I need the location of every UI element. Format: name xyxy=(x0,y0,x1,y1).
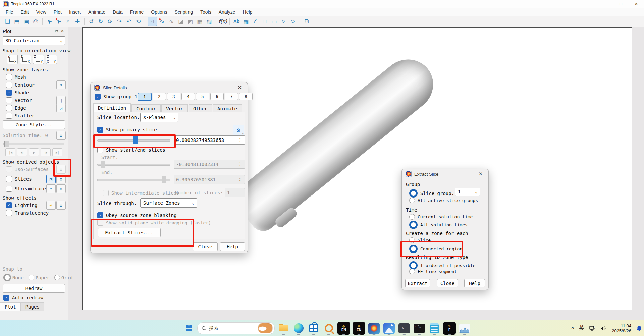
streamtraces-details-button[interactable]: ⚙ xyxy=(56,184,66,193)
group-4-button[interactable]: 4 xyxy=(181,93,195,100)
solution-time-slider-handle[interactable] xyxy=(4,141,9,147)
rectangle-tool-icon[interactable]: ▭ xyxy=(270,17,278,26)
close-icon[interactable]: ✕ xyxy=(629,0,644,8)
obey-blanking-checkbox[interactable]: ✓ xyxy=(97,212,103,218)
plot-type-dropdown[interactable]: 3D Cartesian ⌄ xyxy=(3,36,65,45)
menu-insert[interactable]: Insert xyxy=(65,9,85,15)
menu-file[interactable]: File xyxy=(2,9,17,15)
vector-checkbox[interactable] xyxy=(6,97,12,103)
lighting-style-button[interactable]: ☀ xyxy=(46,201,56,210)
extract-slice-titlebar[interactable]: Extract Slice ✕ xyxy=(402,169,488,179)
rotate-twist-icon[interactable]: ⟳ xyxy=(106,17,114,26)
menu-help[interactable]: Help xyxy=(239,9,256,15)
scatter-checkbox[interactable] xyxy=(6,113,12,119)
ellipse-tool-icon[interactable]: ○ xyxy=(288,17,297,26)
square-tool-icon[interactable]: □ xyxy=(260,17,269,26)
contour-checkbox[interactable] xyxy=(6,82,12,88)
frame-window-icon[interactable]: ⧉ xyxy=(302,17,311,26)
slice-through-dropdown[interactable]: Surface Zones ⌄ xyxy=(140,198,197,208)
edge-browser-icon[interactable] xyxy=(292,322,305,335)
tab-vector[interactable]: Vector xyxy=(161,104,188,112)
new-file-icon[interactable]: ❏ xyxy=(3,17,12,26)
maximize-icon[interactable]: □ xyxy=(613,0,629,8)
group-7-button[interactable]: 7 xyxy=(225,93,238,100)
rotate-z-icon[interactable]: ⟲ xyxy=(134,17,143,26)
mesh-checkbox[interactable] xyxy=(6,74,12,80)
translucency-checkbox[interactable] xyxy=(6,210,12,216)
terminal-app-icon[interactable]: ＞_ xyxy=(398,322,411,335)
menu-analyze[interactable]: Analyze xyxy=(215,9,239,15)
fe-line-radio[interactable] xyxy=(409,269,415,274)
ime-en-tile-icon[interactable]: ❖EN xyxy=(337,322,350,335)
playback-next-button[interactable]: |▶ xyxy=(41,148,51,156)
tab-definition[interactable]: Definition xyxy=(93,103,131,112)
modify-curve-icon[interactable]: ∿ xyxy=(167,17,176,26)
menu-view[interactable]: View xyxy=(33,9,50,15)
playback-last-button[interactable]: ▶| xyxy=(52,148,62,156)
minimize-icon[interactable]: – xyxy=(598,0,613,8)
auto-redraw-checkbox[interactable]: ✓ xyxy=(3,295,9,301)
notification-bell-icon[interactable] xyxy=(636,325,642,331)
streamtraces-placement-button[interactable]: ↝ xyxy=(46,184,56,193)
show-primary-slice-checkbox[interactable]: ✓ xyxy=(97,127,103,133)
print-icon[interactable]: ⎙ xyxy=(31,17,40,26)
select-arrow-icon[interactable]: ➤ xyxy=(45,17,54,26)
effects-details-button[interactable]: ⚙ xyxy=(56,201,66,210)
ime-en-tile-2-icon[interactable]: ❖EN xyxy=(353,322,365,335)
tab-plot[interactable]: Plot xyxy=(0,302,21,311)
orientation-zy-button[interactable]: ZY xyxy=(33,55,44,64)
menu-frame[interactable]: Frame xyxy=(126,9,147,15)
menu-scripting[interactable]: Scripting xyxy=(171,9,197,15)
save-file-icon[interactable]: ▣ xyxy=(22,17,31,26)
playback-play-button[interactable]: ▶ xyxy=(29,148,39,156)
notepad-app-icon[interactable] xyxy=(428,322,441,335)
polyline-tool-icon[interactable]: ∠ xyxy=(251,17,260,26)
ime-indicator[interactable]: 英 xyxy=(579,325,584,332)
contour-details-button[interactable]: ≋ xyxy=(56,80,66,89)
tecplot-taskbar-icon[interactable] xyxy=(368,322,380,335)
float-panel-icon[interactable]: ⧉ xyxy=(53,29,60,33)
add-curve-icon[interactable]: ∿ xyxy=(158,17,166,26)
slices-checkbox[interactable] xyxy=(6,176,12,182)
orientation-yx-button[interactable]: YX xyxy=(7,55,18,64)
group-6-button[interactable]: 6 xyxy=(210,93,224,100)
search-app-icon[interactable] xyxy=(322,322,335,335)
primary-slice-value-field[interactable]: 0.000282749533653 ▴▾ xyxy=(174,135,245,145)
tray-clock[interactable]: 11:04 2025/8/26 xyxy=(612,323,631,333)
zone-lighten-icon[interactable]: ◪ xyxy=(176,17,185,26)
edge-checkbox[interactable] xyxy=(6,105,12,111)
solution-time-slider[interactable] xyxy=(3,143,64,145)
orientation-zx-button[interactable]: ZX xyxy=(20,55,31,64)
adjust-arrow-icon[interactable]: ➤ xyxy=(54,17,63,26)
group-5-button[interactable]: 5 xyxy=(196,93,209,100)
text-tool-icon[interactable]: Ab xyxy=(232,17,241,26)
circle-tool-icon[interactable]: ○ xyxy=(279,17,288,26)
menu-animate[interactable]: Animate xyxy=(85,9,109,15)
tray-expand-icon[interactable]: ^ xyxy=(572,326,574,331)
slice-group-dropdown[interactable]: 1 ⌄ xyxy=(455,188,480,196)
rotate-spherical-icon[interactable]: ↺ xyxy=(87,17,96,26)
file-explorer-icon[interactable] xyxy=(277,322,290,335)
menu-tools[interactable]: Tools xyxy=(197,9,215,15)
tab-other[interactable]: Other xyxy=(189,104,212,112)
font-app-icon[interactable]: ✎F xyxy=(443,322,456,335)
start-button[interactable] xyxy=(183,322,195,334)
orientation-xyz-button[interactable]: ZXY xyxy=(46,55,57,64)
help-button[interactable]: Help xyxy=(464,279,485,287)
image-tool-icon[interactable]: ▩ xyxy=(241,17,250,26)
redraw-button[interactable]: Redraw xyxy=(3,284,65,293)
edit-frame-icon[interactable]: ▨ xyxy=(205,17,213,26)
network-icon[interactable] xyxy=(589,326,595,331)
zone-darken-icon[interactable]: ◩ xyxy=(186,17,195,26)
rotate-x-icon[interactable]: ↷ xyxy=(115,17,124,26)
all-groups-radio[interactable] xyxy=(409,198,415,203)
rotate-rollerball-icon[interactable]: ↻ xyxy=(96,17,105,26)
zone-style-button[interactable]: Zone Style... xyxy=(3,120,65,129)
speaker-icon[interactable] xyxy=(600,326,607,331)
tab-animate[interactable]: Animate xyxy=(213,104,242,112)
microsoft-store-icon[interactable] xyxy=(307,322,320,335)
function-fx-icon[interactable]: f(x) xyxy=(218,17,227,26)
close-icon[interactable]: ✕ xyxy=(476,170,485,178)
zoom-tool-icon[interactable]: ⌕ xyxy=(64,17,72,26)
menu-options[interactable]: Options xyxy=(147,9,171,15)
